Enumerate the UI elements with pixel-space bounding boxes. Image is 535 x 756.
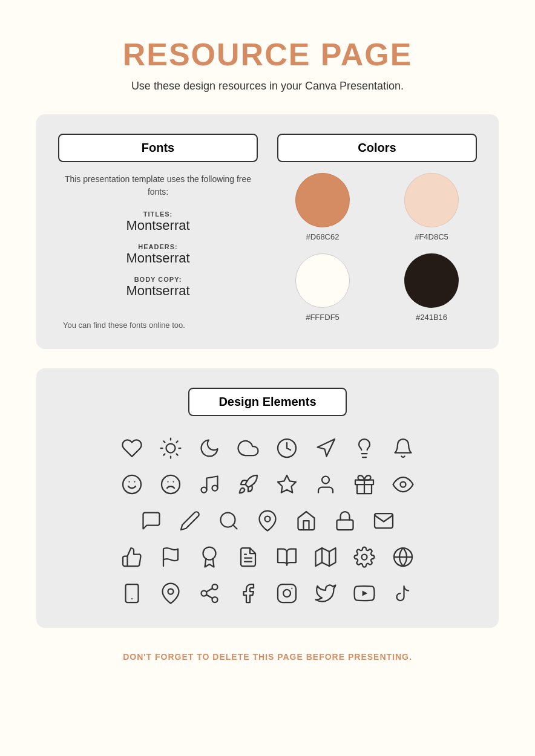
svg-marker-33 [316, 548, 336, 566]
rocket-icon [233, 469, 263, 500]
font-label-titles: TITLES: [126, 210, 189, 218]
page-subtitle: Use these design resources in your Canva… [131, 80, 404, 93]
clock-icon [272, 433, 302, 463]
fonts-description: This presentation template uses the foll… [58, 173, 258, 198]
svg-point-36 [362, 555, 367, 560]
svg-point-43 [202, 591, 207, 596]
thumbsup-icon [117, 542, 147, 572]
svg-line-46 [206, 588, 212, 592]
chat-icon [136, 506, 166, 536]
fonts-label: Fonts [58, 134, 258, 162]
font-entry-titles: TITLES: Montserrat [126, 210, 189, 233]
svg-rect-39 [126, 584, 139, 602]
youtube-icon [349, 578, 379, 608]
font-label-body: BODY COPY: [126, 276, 189, 283]
color-hex-4: #241B16 [416, 313, 447, 322]
color-item-2: #F4D8C5 [404, 173, 459, 241]
phone-icon [117, 578, 147, 608]
svg-point-42 [212, 584, 218, 590]
svg-point-27 [265, 516, 271, 522]
person-icon [310, 469, 341, 500]
font-entry-body: BODY COPY: Montserrat [126, 276, 189, 299]
music-icon [194, 469, 225, 500]
map-icon [310, 542, 341, 572]
icons-grid [58, 433, 477, 608]
font-name-body: Montserrat [126, 283, 189, 299]
twitter-icon [310, 578, 341, 608]
color-hex-2: #F4D8C5 [415, 232, 448, 241]
svg-point-30 [203, 547, 216, 560]
color-item-3: #FFFDF5 [295, 253, 350, 322]
icons-row-5 [117, 578, 418, 608]
svg-line-4 [177, 454, 178, 455]
tiktok-icon [388, 578, 418, 608]
svg-rect-28 [337, 520, 353, 530]
award-icon [194, 542, 225, 572]
colors-grid: #D68C62 #F4D8C5 #FFFDF5 #241B16 [277, 173, 477, 322]
svg-line-45 [206, 595, 212, 598]
color-circle-4 [404, 253, 459, 308]
bell-icon [388, 433, 418, 463]
fonts-colors-card: Fonts This presentation template uses th… [36, 114, 499, 349]
pencil-icon [175, 506, 205, 536]
cloud-icon [233, 433, 263, 463]
font-label-headers: HEADERS: [126, 243, 189, 250]
svg-point-41 [168, 589, 174, 595]
svg-point-18 [202, 487, 207, 493]
megaphone-icon [310, 433, 341, 463]
svg-line-26 [233, 525, 237, 529]
book-icon [272, 542, 302, 572]
frown-icon [156, 469, 186, 500]
svg-point-15 [162, 475, 180, 494]
gift-icon [349, 469, 379, 500]
svg-point-12 [123, 475, 141, 494]
svg-line-8 [177, 441, 178, 442]
svg-marker-49 [363, 590, 368, 596]
svg-line-7 [163, 454, 165, 455]
fonts-colors-row: Fonts This presentation template uses th… [58, 134, 477, 330]
color-circle-3 [295, 253, 350, 308]
smile-icon [117, 469, 147, 500]
search-icon [214, 506, 244, 536]
color-hex-1: #D68C62 [306, 232, 340, 241]
settings-icon [349, 542, 379, 572]
fonts-column: Fonts This presentation template uses th… [58, 134, 258, 330]
location-icon [156, 578, 186, 608]
flag-icon [156, 542, 186, 572]
color-item-4: #241B16 [404, 253, 459, 322]
icons-row-1 [117, 433, 418, 463]
colors-column: Colors #D68C62 #F4D8C5 #FFFDF5 #241B16 [277, 134, 477, 322]
font-name-titles: Montserrat [126, 218, 189, 233]
design-elements-card: Design Elements [36, 368, 499, 628]
svg-marker-20 [278, 475, 296, 493]
star-icon [272, 469, 302, 500]
svg-point-21 [322, 477, 329, 484]
home-icon [291, 506, 321, 536]
mail-icon [369, 506, 399, 536]
footer-warning: DON'T FORGET TO DELETE THIS PAGE BEFORE … [123, 652, 412, 662]
fonts-footer: You can find these fonts online too. [58, 321, 258, 330]
font-entry-headers: HEADERS: Montserrat [126, 243, 189, 266]
svg-point-44 [212, 597, 218, 602]
icons-row-3 [136, 506, 399, 536]
heart-icon [117, 433, 147, 463]
facebook-icon [233, 578, 263, 608]
color-hex-3: #FFFDF5 [306, 313, 340, 322]
icons-row-2 [117, 469, 418, 500]
eye-icon [388, 469, 418, 500]
sun-icon [156, 433, 186, 463]
svg-rect-47 [278, 584, 296, 602]
colors-label: Colors [277, 134, 477, 162]
moon-icon [194, 433, 225, 463]
color-item-1: #D68C62 [295, 173, 350, 241]
icons-row-4 [117, 542, 418, 572]
instagram-icon [272, 578, 302, 608]
globe-icon [388, 542, 418, 572]
bulb-icon [349, 433, 379, 463]
share-icon [194, 578, 225, 608]
svg-point-19 [212, 486, 218, 491]
svg-point-24 [401, 482, 406, 487]
color-circle-1 [295, 173, 350, 227]
svg-line-3 [163, 441, 165, 442]
design-elements-label: Design Elements [188, 388, 346, 416]
